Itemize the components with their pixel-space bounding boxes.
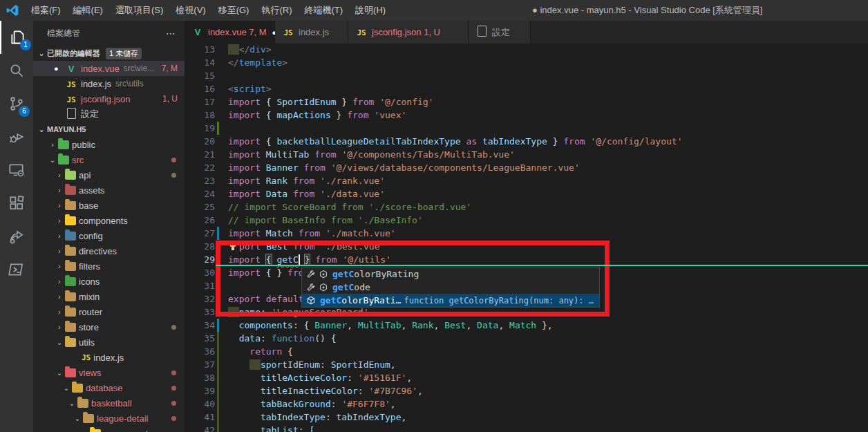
- menu-item-1[interactable]: 編輯(E): [67, 0, 109, 21]
- tree-item-base[interactable]: ›base: [33, 198, 185, 213]
- menu-item-4[interactable]: 移至(G): [212, 0, 256, 21]
- tree-item-store[interactable]: ›store: [33, 319, 185, 335]
- tree-item-api[interactable]: ›api: [33, 167, 185, 182]
- menu-item-0[interactable]: 檔案(F): [25, 0, 67, 21]
- line-number: 16: [185, 82, 215, 95]
- activity-extensions-icon[interactable]: [0, 187, 33, 220]
- vue-icon: V: [68, 64, 75, 74]
- activity-files-icon[interactable]: 1: [0, 21, 35, 54]
- tree-item-league-detail[interactable]: ⌄league-detail: [33, 411, 185, 426]
- folder-icon: [77, 399, 88, 408]
- chevron-down-icon: ⌄: [66, 400, 77, 407]
- unsaved-dot: ●: [54, 64, 65, 73]
- folder-icon: [65, 171, 76, 180]
- open-editor-item[interactable]: ●Vindex.vuesrc\vie...7, M: [33, 61, 185, 76]
- line-number: 40: [185, 397, 215, 411]
- tree-item-label: components: [79, 216, 128, 226]
- activity-powershell-icon[interactable]: [0, 253, 33, 286]
- line-number: 31: [185, 279, 215, 292]
- open-editor-name: index.vue: [81, 64, 120, 74]
- line-number: 32: [185, 292, 215, 306]
- menu-item-5[interactable]: 執行(R): [255, 0, 298, 21]
- line-number: 20: [185, 135, 215, 148]
- git-change-bar: [217, 424, 219, 432]
- tree-item-public[interactable]: ›public: [33, 137, 185, 152]
- editor-tab-bar: Vindex.vue 7, M●JSindex.jsJSjsconfig.jso…: [185, 21, 868, 44]
- folder-icon: [65, 368, 76, 377]
- menu-item-7[interactable]: 說明(H): [349, 0, 392, 21]
- tree-item-database[interactable]: ⌄database: [33, 380, 185, 395]
- more-actions-icon[interactable]: ⋯: [166, 28, 176, 39]
- tree-item-filters[interactable]: ›filters: [33, 259, 185, 274]
- tree-item-directives[interactable]: ›directives: [33, 243, 185, 259]
- tree-item-index.js[interactable]: JSindex.js: [33, 350, 185, 365]
- project-name: MAYUN.H5: [47, 125, 86, 133]
- tree-item-views[interactable]: ⌄views: [33, 365, 185, 380]
- tree-item-assets[interactable]: ›assets: [33, 182, 185, 198]
- modified-dot: [171, 325, 176, 330]
- git-change-bar: [217, 319, 219, 332]
- line-number: 24: [185, 187, 215, 200]
- tree-item-label: index.js: [93, 353, 124, 363]
- js-icon: JS: [66, 80, 75, 89]
- chevron-right-icon: ›: [54, 263, 65, 270]
- open-editors-header[interactable]: ⌄ 已開啟的編輯器 1 未儲存: [33, 46, 185, 61]
- line-number: 30: [185, 266, 215, 279]
- code-line-42: 42 tabList: [: [185, 424, 868, 432]
- git-change-bar: [217, 332, 219, 345]
- js-icon: JS: [357, 28, 366, 37]
- line-number: 36: [185, 345, 215, 358]
- tree-item-basketball[interactable]: ⌄basketball: [33, 395, 185, 411]
- tab-jsconfig.json[interactable]: JSjsconfig.json 1, U: [348, 21, 469, 44]
- js-icon: JS: [82, 353, 91, 362]
- tree-item-label: views: [79, 368, 102, 378]
- tree-item-config[interactable]: ›config: [33, 228, 185, 243]
- tree-item-label: components: [104, 429, 153, 432]
- tab-index.js[interactable]: JSindex.js: [275, 21, 348, 44]
- tab-設定[interactable]: 設定: [469, 21, 531, 44]
- activity-live-share-icon[interactable]: [0, 220, 33, 253]
- open-editor-item[interactable]: JSindex.jssrc\utils: [33, 76, 185, 91]
- chevron-right-icon: ›: [54, 171, 65, 179]
- tree-item-router[interactable]: ›router: [33, 304, 185, 319]
- activity-bar: 16: [0, 21, 33, 432]
- chevron-right-icon: ›: [54, 293, 65, 301]
- folder-icon: [58, 156, 69, 165]
- folder-icon: [83, 414, 94, 423]
- git-change-bar: [217, 122, 219, 135]
- project-header[interactable]: ⌄ MAYUN.H5: [33, 122, 185, 137]
- activity-remote-explorer-icon[interactable]: [0, 153, 33, 187]
- activity-run-debug-icon[interactable]: [0, 120, 33, 153]
- open-editor-badge: 1, U: [162, 94, 185, 104]
- line-number: 17: [185, 95, 215, 109]
- folder-icon: [65, 277, 76, 286]
- tab-index.vue[interactable]: Vindex.vue 7, M●: [185, 21, 275, 44]
- tree-item-label: src: [72, 155, 84, 165]
- menu-item-3[interactable]: 檢視(V): [169, 0, 211, 21]
- tree-item-utils[interactable]: ⌄utils: [33, 335, 185, 350]
- code-editor[interactable]: 13 </div>14</template>1516<script>17impo…: [185, 44, 868, 432]
- menu-item-2[interactable]: 選取項目(S): [109, 0, 169, 21]
- line-number: 19: [185, 122, 215, 135]
- menu-item-6[interactable]: 終端機(T): [298, 0, 349, 21]
- file-icon: [67, 108, 76, 119]
- open-editor-item[interactable]: JSjsconfig.json1, U: [33, 91, 185, 106]
- line-number: 29: [185, 253, 215, 266]
- code-line-37: 37 sportIdEnum: SportIdEnum,: [185, 358, 868, 371]
- tab-label: index.js: [299, 27, 329, 37]
- tree-item-components[interactable]: ›components: [33, 426, 185, 432]
- chevron-down-icon: ⌄: [47, 156, 58, 164]
- tree-item-components[interactable]: ›components: [33, 213, 185, 228]
- activity-search-icon[interactable]: [0, 54, 33, 87]
- tree-item-mixin[interactable]: ›mixin: [33, 289, 185, 304]
- chevron-right-icon: ›: [54, 278, 65, 285]
- tab-label: 設定: [492, 26, 510, 39]
- line-number: 33: [185, 306, 215, 319]
- activity-source-control-icon[interactable]: 6: [0, 87, 33, 120]
- tree-item-src[interactable]: ⌄src: [33, 152, 185, 167]
- chevron-down-icon: ⌄: [36, 125, 47, 134]
- tree-item-icons[interactable]: ›icons: [33, 274, 185, 289]
- git-change-bar: [217, 345, 219, 358]
- chevron-right-icon: ›: [47, 141, 58, 149]
- open-editor-item[interactable]: 設定: [33, 106, 185, 122]
